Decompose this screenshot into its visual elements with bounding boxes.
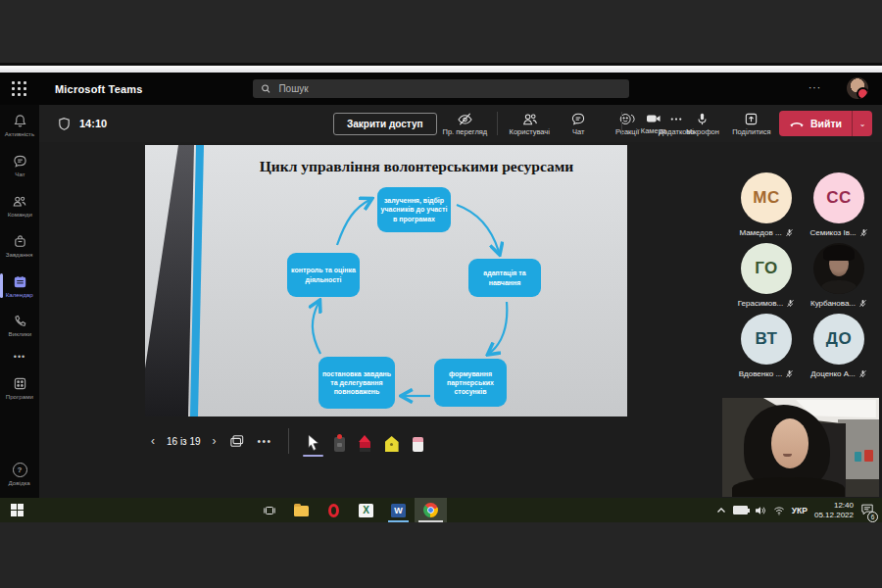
action-center-button[interactable]: 6 [860,502,874,519]
chat-icon [570,112,586,126]
participants-icon [521,112,538,126]
meeting-toolbar: 14:10 Закрити доступ Пр. перегляд Корист… [39,105,882,142]
close-access-button[interactable]: Закрити доступ [333,113,437,135]
avatar[interactable] [847,77,868,99]
windows-logo-icon [11,504,24,516]
mic-off-icon [786,299,795,308]
participant-video-thumbnail [813,243,864,294]
meeting-timer: 14:10 [57,117,107,131]
share-icon [744,112,759,126]
highlighter-tool-button[interactable] [385,430,399,452]
search-input[interactable] [276,82,621,95]
word-icon: W [391,504,406,517]
presenter-view-button[interactable]: Пр. перегляд [443,112,488,136]
sidebar-item-assignments[interactable]: Завдання [0,225,39,266]
participants-button[interactable]: Користувачі [508,112,551,136]
help-icon: ? [13,463,27,477]
search-box[interactable] [253,79,629,98]
cycle-arrows [145,145,627,416]
tray-date: 05.12.2022 [814,511,854,519]
self-video-tile[interactable] [722,398,879,497]
word-button[interactable]: W [382,498,415,522]
tray-chevron-icon[interactable] [716,507,726,514]
sidebar-item-calendar[interactable]: Календар [0,266,39,306]
camera-icon [645,112,662,125]
top-letterbox [0,0,882,63]
battery-icon[interactable] [733,506,748,514]
task-view-button[interactable] [253,498,285,522]
notification-count-badge: 6 [867,512,878,522]
participant-tile[interactable]: СС Семикоз Ів... [803,172,875,243]
opera-button[interactable] [318,498,350,522]
sidebar: Активність Чат Команди Завдання Календар… [0,105,39,498]
cursor-tool-button[interactable] [306,430,320,452]
calendar-icon [13,274,27,289]
next-slide-button[interactable]: › [207,434,222,448]
sidebar-item-help[interactable]: ? Довідка [0,454,39,494]
participants-grid: МС Мамедов ... СС Семикоз Ів... ГО Герас… [730,172,875,384]
titlebar-more-icon[interactable]: ··· [808,82,821,93]
participant-tile[interactable]: ВТ Вдовенко ... [730,314,803,384]
excel-button[interactable]: X [350,498,382,522]
gallery-icon [229,434,245,448]
microphone-button[interactable]: Мікрофон [681,112,724,136]
sidebar-item-apps[interactable]: Програми [0,368,39,408]
participant-avatar: ДО [813,314,864,365]
participant-tile[interactable]: ГО Герасимов... [730,243,803,314]
prev-slide-button[interactable]: ‹ [145,434,161,448]
mic-off-icon [858,369,867,378]
eraser-tool-button[interactable] [413,430,423,452]
participant-tile[interactable]: Курбанова... [803,243,875,314]
chrome-button[interactable] [415,498,447,522]
file-explorer-button[interactable] [285,498,318,522]
bottom-letterbox [0,522,882,588]
sidebar-item-teams[interactable]: Команди [0,185,39,225]
sidebar-item-calls[interactable]: Виклики [0,306,39,346]
slide-gallery-button[interactable] [229,434,245,448]
eye-off-icon [457,112,473,126]
sidebar-more-icon[interactable]: ••• [0,346,39,368]
briefcase-icon [13,234,27,249]
sidebar-item-chat[interactable]: Чат [0,145,39,185]
participant-avatar: СС [813,172,864,223]
sidebar-item-activity[interactable]: Активність [0,105,39,145]
participant-tile[interactable]: МС Мамедов ... [730,172,803,243]
teams-titlebar: Microsoft Teams ··· [0,73,882,105]
start-button[interactable] [0,498,33,522]
chat-button[interactable]: Чат [557,112,600,136]
participant-avatar: ГО [741,243,792,294]
task-view-icon [263,504,276,517]
participant-avatar: МС [741,172,792,223]
laser-pointer-tool-button[interactable] [334,430,345,452]
app-launcher-icon[interactable] [12,81,27,97]
wifi-icon[interactable] [773,506,785,515]
white-strip [0,66,882,73]
screen: Microsoft Teams ··· Активність Чат Коман… [0,0,882,588]
camera-button[interactable]: Камера [632,112,675,135]
participant-tile[interactable]: ДО Доценко А... [803,314,875,384]
leave-options-chevron[interactable]: ⌄ [852,111,872,136]
share-button[interactable]: Поділитися [730,112,773,136]
mic-off-icon [785,369,794,378]
speaker-icon[interactable] [755,506,766,515]
language-indicator[interactable]: УКР [792,506,808,515]
microphone-icon [695,112,710,126]
hangup-icon [789,120,805,128]
pen-tool-button[interactable] [359,430,371,452]
leave-button[interactable]: Вийти ⌄ [779,111,872,136]
clock[interactable]: 12:40 05.12.2022 [814,501,854,520]
mic-off-icon [785,228,794,237]
controls-more-button[interactable]: ••• [258,436,272,447]
pen-icon [359,435,371,452]
apps-grid-icon [13,376,27,391]
bell-icon [13,114,27,128]
presentation-slide[interactable]: Цикл управління волонтерськими ресурсами… [145,145,627,416]
participant-avatar: ВТ [741,314,792,365]
mic-off-icon [858,299,867,308]
windows-taskbar: X W УКР 12:40 05.12.2022 6 [0,498,882,522]
tray-time: 12:40 [834,501,854,510]
phone-icon [13,315,26,328]
eraser-icon [413,437,423,452]
opera-icon [328,504,339,517]
people-icon [12,194,27,209]
